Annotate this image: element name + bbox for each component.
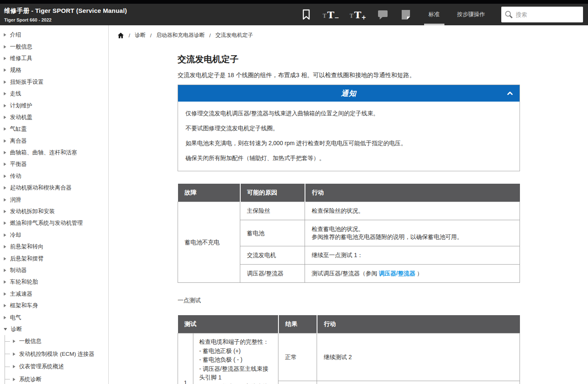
- sidebar-subitem-label: 系统诊断: [19, 376, 41, 383]
- test-line: - 蓄电池负极 ( - ): [199, 355, 272, 365]
- sidebar-subitem[interactable]: 一般信息: [5, 335, 108, 348]
- test-number-cell: 1: [178, 333, 193, 384]
- cause-cell: 交流发电机: [240, 246, 305, 265]
- search-box[interactable]: [501, 7, 583, 22]
- font-increase-icon: T: [350, 13, 354, 19]
- sidebar-item[interactable]: 维修工具: [4, 53, 108, 64]
- chevron-right-icon: [4, 233, 6, 237]
- search-input[interactable]: [516, 12, 578, 18]
- notice-header[interactable]: 通知: [178, 85, 520, 102]
- sidebar-item-label: 平衡器: [10, 160, 27, 168]
- sidebar-item[interactable]: 制动器: [4, 265, 108, 276]
- sidebar-item-label: 一般信息: [10, 43, 32, 51]
- chevron-right-icon: [4, 163, 6, 166]
- sidebar-item[interactable]: 前悬架和转向: [4, 241, 108, 253]
- chevron-right-icon: [4, 245, 6, 248]
- col-header-action: 行动: [305, 184, 520, 202]
- page-title: 交流发电机定子: [178, 53, 520, 65]
- breadcrumb-separator: /: [150, 32, 152, 39]
- sidebar-item[interactable]: 平衡器: [4, 158, 108, 170]
- sidebar-item[interactable]: 曲轴箱、曲轴、连杆和活塞: [4, 147, 108, 158]
- sidebar-subitem[interactable]: 仪表管理系统概述: [5, 360, 108, 373]
- result-cell: [278, 381, 317, 384]
- chevron-right-icon: [4, 33, 6, 36]
- tree-branch: [5, 379, 10, 379]
- chevron-right-icon: [13, 378, 15, 381]
- chevron-right-icon: [4, 68, 6, 72]
- table-row: 蓄电池不充电 主保险丝 检查保险丝的状况。: [178, 202, 520, 220]
- sidebar-item[interactable]: 气缸盖: [4, 123, 108, 135]
- sidebar-item-label: 传动: [10, 173, 21, 180]
- sidebar-item[interactable]: 冷却: [4, 229, 108, 241]
- sidebar-item-label: 前悬架和转向: [10, 243, 44, 250]
- action-line: 参阅推荐的蓄电池充电器随附的说明，以确保蓄电池可用。: [312, 233, 513, 241]
- test-line: 检查电缆和端子的完整性：: [199, 338, 272, 347]
- chevron-right-icon: [4, 257, 6, 260]
- col-header-result: 结果: [278, 315, 317, 333]
- test-line: - 调压器/整流器至主线束接头引脚 1: [199, 365, 272, 382]
- chevron-right-icon: [4, 175, 6, 178]
- sidebar-item[interactable]: 起动机驱动和楔块离合器: [4, 182, 108, 194]
- article: 交流发电机定子 交流发电机定子是 18 个线圈的组件，布置成3 相。可以检查线圈…: [178, 53, 520, 384]
- test-description-cell: 检查电缆和端子的完整性： - 蓄电池正极 (+) - 蓄电池负极 ( - ) -…: [193, 333, 278, 384]
- sidebar-item[interactable]: 燃油和排气系统与发动机管理: [4, 217, 108, 229]
- sidebar-item[interactable]: 发动机拆卸和安装: [4, 206, 108, 217]
- sidebar-subitem-label: 发动机控制模块 (ECM) 连接器: [19, 350, 95, 358]
- note-button[interactable]: [399, 4, 413, 25]
- notice-line: 确保关闭所有附加配件（辅助灯、加热式手把套等）。: [185, 155, 512, 162]
- chevron-up-icon[interactable]: [506, 89, 514, 97]
- sidebar-item-diagnostics[interactable]: 诊断: [4, 323, 108, 335]
- sidebar-item-label: 离合器: [10, 137, 27, 145]
- home-icon[interactable]: [117, 32, 124, 39]
- col-header-test: 测试: [178, 315, 278, 333]
- breadcrumb-separator: /: [129, 32, 130, 39]
- sidebar-item-label: 润滑: [10, 196, 21, 204]
- font-decrease-button[interactable]: TT−: [322, 4, 340, 25]
- breadcrumb-item[interactable]: 启动器和充电器诊断: [156, 32, 205, 39]
- sidebar-item[interactable]: 主减速器: [4, 288, 108, 300]
- breadcrumb-item[interactable]: 诊断: [135, 32, 146, 39]
- sidebar-item[interactable]: 后悬架和摆臂: [4, 253, 108, 264]
- sidebar-item[interactable]: 扭矩扳手设置: [4, 76, 108, 88]
- app-header: 维修手册 - Tiger SPORT (Service Manual) Tige…: [0, 4, 588, 25]
- tab-step-by-step[interactable]: 按步骤操作: [450, 4, 493, 25]
- fault-table-header-row: 故障 可能的原因 行动: [178, 184, 520, 202]
- comment-button[interactable]: [376, 4, 390, 25]
- action-text: ）: [415, 270, 423, 277]
- sidebar-item[interactable]: 电气: [4, 311, 108, 323]
- sidebar-item[interactable]: 离合器: [4, 135, 108, 147]
- breadcrumb-item-current: 交流发电机定子: [215, 32, 253, 39]
- sidebar-item-label: 计划维护: [10, 102, 32, 109]
- chevron-right-icon: [4, 210, 6, 213]
- sidebar-item[interactable]: 框架和车身: [4, 300, 108, 311]
- action-cell: 检查保险丝的状况。: [305, 202, 520, 220]
- sidebar-item[interactable]: 介绍: [4, 29, 108, 41]
- sidebar-subitem[interactable]: 发动机控制模块 (ECM) 连接器: [5, 348, 108, 361]
- sidebar-item[interactable]: 传动: [4, 170, 108, 182]
- sidebar-item-label: 主减速器: [10, 290, 32, 298]
- sidebar-item[interactable]: 车轮和轮胎: [4, 276, 108, 288]
- result-cell: 正常: [278, 333, 317, 381]
- font-increase-button[interactable]: TT+: [349, 4, 367, 25]
- one-point-test-table: 测试 结果 行动 1 检查电缆和端子的完整性： - 蓄电池正极 (+) - 蓄电…: [178, 315, 520, 384]
- action-text: 测试调压器/整流器（参阅: [312, 270, 379, 277]
- sidebar-item[interactable]: 计划维护: [4, 100, 108, 111]
- bookmark-button[interactable]: [299, 4, 313, 25]
- action-cell: 继续至一点测试 1：: [305, 246, 520, 265]
- sidebar-item-label: 燃油和排气系统与发动机管理: [10, 219, 83, 227]
- bookmark-icon: [301, 9, 311, 20]
- sidebar-subitem[interactable]: 系统诊断: [5, 373, 108, 384]
- app-subtitle: Tiger Sport 660 - 2022: [4, 17, 127, 22]
- test-line: - 调压器/整流器至主线束接头引脚 2: [199, 382, 272, 384]
- tree-branch: [5, 367, 10, 367]
- sidebar-item[interactable]: 一般信息: [4, 41, 108, 52]
- tab-standard[interactable]: 标准: [422, 4, 447, 25]
- sidebar-item[interactable]: 润滑: [4, 194, 108, 205]
- sidebar-item[interactable]: 走线: [4, 88, 108, 100]
- sidebar-item-label: 走线: [10, 90, 21, 97]
- test-table-header-row: 测试 结果 行动: [178, 315, 520, 333]
- sidebar-item[interactable]: 规格: [4, 64, 108, 76]
- sidebar-item[interactable]: 发动机盖: [4, 112, 108, 123]
- search-icon: [505, 10, 513, 19]
- regulator-rectifier-link[interactable]: 调压器/整流器: [379, 270, 415, 277]
